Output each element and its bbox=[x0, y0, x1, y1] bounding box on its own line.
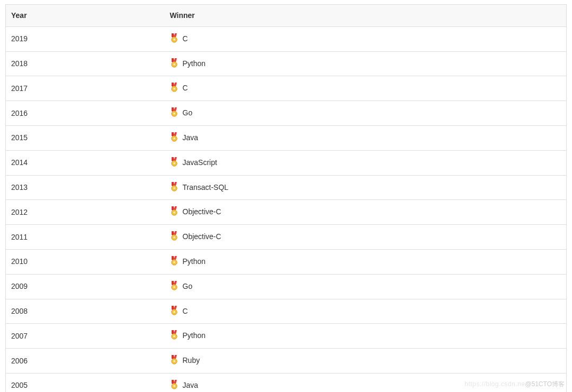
medal-icon bbox=[170, 132, 178, 144]
medal-icon bbox=[170, 182, 178, 194]
table-row: 2015Java bbox=[6, 125, 567, 150]
cell-winner: Objective-C bbox=[165, 200, 567, 225]
table-row: 2011Objective-C bbox=[6, 225, 567, 250]
medal-icon bbox=[170, 206, 178, 218]
cell-year: 2008 bbox=[6, 299, 165, 324]
cell-year: 2009 bbox=[6, 274, 165, 299]
winner-name: Python bbox=[183, 331, 206, 340]
cell-winner: Java bbox=[165, 125, 567, 150]
table-row: 2014JavaScript bbox=[6, 150, 567, 175]
table-row: 2009Go bbox=[6, 274, 567, 299]
cell-winner: Objective-C bbox=[165, 225, 567, 250]
winner-name: Python bbox=[183, 59, 206, 67]
cell-winner: Java bbox=[165, 373, 567, 392]
medal-icon bbox=[170, 330, 178, 342]
table-row: 2010Python bbox=[6, 249, 567, 274]
cell-winner: Transact-SQL bbox=[165, 175, 567, 200]
cell-year: 2013 bbox=[6, 175, 165, 200]
winner-name: Objective-C bbox=[183, 232, 221, 241]
winner-name: Ruby bbox=[183, 356, 200, 364]
medal-icon bbox=[170, 157, 178, 169]
medal-icon bbox=[170, 306, 178, 317]
cell-winner: Python bbox=[165, 249, 567, 274]
cell-winner: Python bbox=[165, 324, 567, 349]
winner-name: Java bbox=[183, 381, 199, 389]
table-row: 2018Python bbox=[6, 51, 567, 76]
medal-icon bbox=[170, 231, 178, 243]
table-row: 2012Objective-C bbox=[6, 200, 567, 225]
cell-winner: Ruby bbox=[165, 349, 567, 373]
cell-year: 2017 bbox=[6, 76, 165, 101]
table-row: 2013Transact-SQL bbox=[6, 175, 567, 200]
medal-icon bbox=[170, 256, 178, 268]
medal-icon bbox=[170, 380, 178, 391]
winner-name: Go bbox=[183, 108, 193, 117]
winner-name: C bbox=[183, 84, 188, 92]
table-row: 2008C bbox=[6, 299, 567, 324]
table-row: 2016Go bbox=[6, 101, 567, 126]
cell-winner: Go bbox=[165, 274, 567, 299]
table-row: 2006Ruby bbox=[6, 349, 567, 373]
winners-table: Year Winner 2019C2018Python2017C2016Go20… bbox=[5, 4, 567, 392]
col-header-year: Year bbox=[6, 5, 165, 27]
winner-name: Go bbox=[183, 281, 193, 290]
cell-year: 2014 bbox=[6, 150, 165, 175]
winner-name: Python bbox=[183, 257, 206, 266]
cell-winner: JavaScript bbox=[165, 150, 567, 175]
cell-year: 2019 bbox=[6, 26, 165, 51]
medal-icon bbox=[170, 355, 178, 367]
cell-winner: C bbox=[165, 26, 567, 51]
medal-icon bbox=[170, 58, 178, 70]
cell-year: 2015 bbox=[6, 125, 165, 150]
cell-year: 2006 bbox=[6, 349, 165, 373]
winner-name: C bbox=[183, 34, 188, 42]
table-row: 2019C bbox=[6, 26, 567, 51]
cell-winner: Python bbox=[165, 51, 567, 76]
medal-icon bbox=[170, 83, 178, 94]
medal-icon bbox=[170, 281, 178, 293]
winner-name: JavaScript bbox=[183, 158, 217, 166]
table-row: 2007Python bbox=[6, 324, 567, 349]
cell-year: 2010 bbox=[6, 249, 165, 274]
cell-year: 2005 bbox=[6, 373, 165, 392]
cell-year: 2018 bbox=[6, 51, 165, 76]
table-row: 2017C bbox=[6, 76, 567, 101]
winner-name: Objective-C bbox=[183, 207, 221, 216]
medal-icon bbox=[170, 33, 178, 45]
cell-year: 2012 bbox=[6, 200, 165, 225]
cell-year: 2007 bbox=[6, 324, 165, 349]
cell-winner: Go bbox=[165, 101, 567, 126]
winner-name: C bbox=[183, 306, 188, 315]
col-header-winner: Winner bbox=[165, 5, 567, 27]
winner-name: Java bbox=[183, 133, 199, 142]
cell-year: 2011 bbox=[6, 225, 165, 250]
cell-winner: C bbox=[165, 299, 567, 324]
winner-name: Transact-SQL bbox=[183, 183, 229, 191]
cell-winner: C bbox=[165, 76, 567, 101]
table-row: 2005Java bbox=[6, 373, 567, 392]
medal-icon bbox=[170, 107, 178, 119]
cell-year: 2016 bbox=[6, 101, 165, 126]
